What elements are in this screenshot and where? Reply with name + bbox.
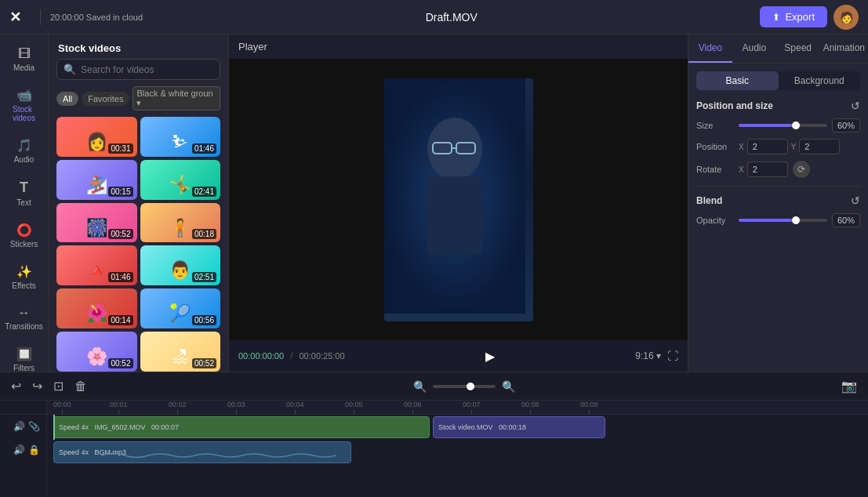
list-item[interactable]: ⛷01:46 xyxy=(140,117,221,157)
sidebar-item-stock-videos[interactable]: 📹 Stockvideos xyxy=(3,82,45,129)
sidebar-item-label: Transitions xyxy=(5,322,43,331)
clip-icon[interactable]: 📎 xyxy=(28,421,40,432)
ruler-mark: 00:04 xyxy=(286,401,304,415)
list-item[interactable]: 🧍00:18 xyxy=(140,203,221,243)
avatar[interactable]: 🧑 xyxy=(833,5,859,30)
background-tab[interactable]: Background xyxy=(779,71,861,90)
stickers-icon: ⭕ xyxy=(16,223,32,238)
document-title: Draft.MOV xyxy=(143,11,760,24)
fullscreen-button[interactable]: ⛶ xyxy=(667,350,678,362)
right-panel-tabs: Video Audio Speed Animation xyxy=(688,34,868,63)
main-area: 🎞 Media 📹 Stockvideos 🎵 Audio T Text ⭕ S… xyxy=(0,34,868,372)
list-item[interactable]: 👩00:31 xyxy=(56,117,137,157)
position-reset-button[interactable]: ↺ xyxy=(851,100,860,112)
position-size-title: Position and size xyxy=(696,100,773,111)
rotate-input[interactable] xyxy=(747,161,788,177)
ruler-mark: 00:05 xyxy=(345,401,363,415)
sidebar-item-text[interactable]: T Text xyxy=(3,173,45,213)
timeline-content: 🔊 📎 🔊 🔒 00:00 00:01 00:02 00:03 00:04 00… xyxy=(0,401,868,497)
rotate-row: Rotate X ⟳ xyxy=(696,161,860,178)
export-button[interactable]: Export xyxy=(760,6,827,27)
svg-rect-2 xyxy=(427,176,482,255)
delete-button[interactable]: 🗑 xyxy=(71,378,90,395)
ruler-mark: 00:01 xyxy=(110,401,128,415)
sidebar-item-effects[interactable]: ✨ Effects xyxy=(3,258,45,296)
list-item[interactable]: 🔺01:46 xyxy=(56,245,137,285)
position-inputs: X Y xyxy=(739,139,860,154)
top-bar-actions: Export 🧑 xyxy=(760,5,859,30)
player-area: Player xyxy=(229,34,688,372)
list-item[interactable]: 🎾00:56 xyxy=(140,288,221,328)
basic-tab[interactable]: Basic xyxy=(696,71,779,90)
filter-all[interactable]: All xyxy=(56,92,78,106)
text-icon: T xyxy=(20,180,28,196)
filter-dropdown[interactable]: Black & white groun ▾ xyxy=(133,86,220,111)
list-item[interactable]: 🏂00:15 xyxy=(56,160,137,200)
list-item[interactable]: 🌺00:14 xyxy=(56,288,137,328)
right-panel: Video Audio Speed Animation Basic Backgr… xyxy=(688,34,868,372)
sidebar-item-transitions[interactable]: ↔ Transitions xyxy=(3,299,45,337)
effects-icon: ✨ xyxy=(16,264,32,279)
ruler-mark: 00:02 xyxy=(169,401,187,415)
blend-reset-button[interactable]: ↺ xyxy=(851,194,860,207)
tab-animation[interactable]: Animation xyxy=(820,34,868,63)
filter-favorites[interactable]: Favorites xyxy=(82,92,129,106)
play-button[interactable]: ▶ xyxy=(479,345,501,367)
pos-y-label: Y xyxy=(791,143,797,151)
filter-tabs: All Favorites Black & white groun ▾ xyxy=(49,86,228,117)
opacity-slider[interactable] xyxy=(739,219,827,222)
track-label-audio: 🔊 🔒 xyxy=(0,438,46,462)
stock-clip[interactable]: Stock video.MOV 00:00:18 xyxy=(433,416,605,438)
sidebar-item-filters[interactable]: 🔲 Filters xyxy=(3,340,45,372)
list-item[interactable]: 🏖00:52 xyxy=(140,332,221,372)
sidebar-item-audio[interactable]: 🎵 Audio xyxy=(3,132,45,170)
position-row: Position X Y xyxy=(696,139,860,154)
zoom-out-button[interactable]: 🔍 xyxy=(410,379,430,394)
main-clip[interactable]: Speed 4x IMG_6502.MOV 00:00:07 xyxy=(53,416,430,438)
rotate-icon-button[interactable]: ⟳ xyxy=(793,161,810,178)
sidebar-item-label: Filters xyxy=(13,364,35,372)
tab-video[interactable]: Video xyxy=(688,34,732,63)
search-input[interactable] xyxy=(81,64,213,75)
tab-audio[interactable]: Audio xyxy=(732,34,776,63)
search-icon: 🔍 xyxy=(64,63,76,75)
list-item[interactable]: 🌸00:52 xyxy=(56,332,137,372)
search-bar: 🔍 xyxy=(56,59,220,80)
position-y-input[interactable] xyxy=(799,139,840,154)
audio-track: Speed 4x BGM.mp3 xyxy=(47,440,868,465)
sidebar-item-media[interactable]: 🎞 Media xyxy=(3,41,45,78)
split-button[interactable]: ⊡ xyxy=(50,377,67,395)
sidebar-item-label: Effects xyxy=(12,281,35,290)
list-item[interactable]: 👨02:51 xyxy=(140,245,221,285)
redo-button[interactable]: ↪ xyxy=(29,377,45,395)
undo-button[interactable]: ↩ xyxy=(8,377,24,395)
tab-speed[interactable]: Speed xyxy=(776,34,820,63)
sidebar-item-stickers[interactable]: ⭕ Stickers xyxy=(3,216,45,255)
zoom-slider[interactable] xyxy=(433,385,496,388)
position-size-section-header: Position and size ↺ xyxy=(696,100,860,112)
audio-clip[interactable]: Speed 4x BGM.mp3 xyxy=(53,441,351,463)
size-slider[interactable] xyxy=(739,124,827,127)
track-label-video: 🔊 📎 xyxy=(0,415,46,438)
player-viewport xyxy=(229,59,688,340)
total-time: 00:00:25:00 xyxy=(299,351,344,361)
audio-track-icon[interactable]: 🔊 xyxy=(13,444,25,455)
ruler-mark: 00:08 xyxy=(521,401,539,415)
size-value: 60% xyxy=(832,118,860,132)
list-item[interactable]: 🤸02:41 xyxy=(140,160,221,200)
lock-icon[interactable]: 🔒 xyxy=(28,444,40,455)
current-time: 00:00:00:00 xyxy=(238,351,284,361)
zoom-controls: 🔍 🔍 xyxy=(410,379,518,394)
pos-x-label: X xyxy=(739,143,744,151)
list-item[interactable]: 🎆00:52 xyxy=(56,203,137,243)
time-separator: / xyxy=(290,350,292,361)
ruler-mark: 00:09 xyxy=(580,401,598,415)
opacity-row: Opacity 60% xyxy=(696,213,860,227)
video-grid: 👩00:31 ⛷01:46 🏂00:15 🤸02:41 🎆00:52 🧍00:1… xyxy=(49,117,228,372)
volume-icon[interactable]: 🔊 xyxy=(13,421,25,432)
camera-icon-button[interactable]: 📷 xyxy=(838,377,860,395)
zoom-in-button[interactable]: 🔍 xyxy=(499,379,518,394)
position-x-input[interactable] xyxy=(747,139,788,154)
transitions-icon: ↔ xyxy=(18,306,31,320)
playhead[interactable] xyxy=(53,415,55,440)
